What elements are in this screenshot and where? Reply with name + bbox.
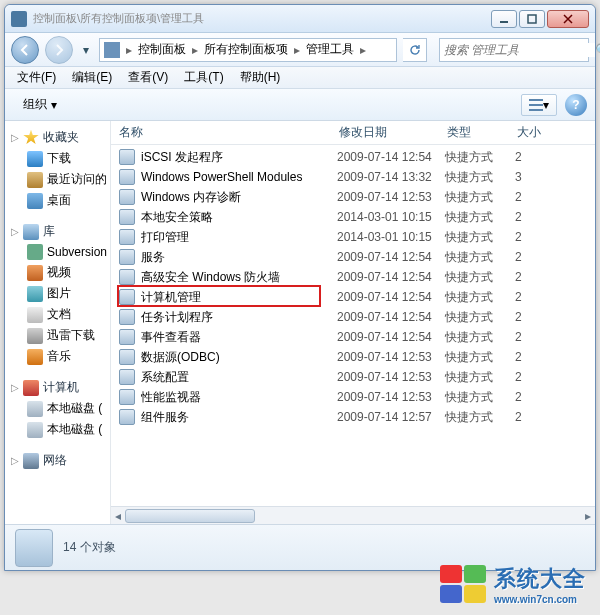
menu-tools[interactable]: 工具(T) xyxy=(176,67,231,88)
file-row[interactable]: 组件服务2009-07-14 12:57快捷方式2 xyxy=(111,407,595,427)
file-row[interactable]: 计算机管理2009-07-14 12:54快捷方式2 xyxy=(111,287,595,307)
breadcrumb-item[interactable]: 控制面板 xyxy=(134,41,190,58)
sidebar-item-videos[interactable]: 视频 xyxy=(5,262,110,283)
file-type: 快捷方式 xyxy=(445,309,515,326)
titlebar[interactable]: 控制面板\所有控制面板项\管理工具 xyxy=(5,5,595,33)
file-row[interactable]: 打印管理2014-03-01 10:15快捷方式2 xyxy=(111,227,595,247)
maximize-button[interactable] xyxy=(519,10,545,28)
forward-button[interactable] xyxy=(45,36,73,64)
search-input[interactable] xyxy=(444,43,595,57)
file-row[interactable]: 事件查看器2009-07-14 12:54快捷方式2 xyxy=(111,327,595,347)
breadcrumb-item[interactable]: 管理工具 xyxy=(302,41,358,58)
content-pane: 名称 修改日期 类型 大小 iSCSI 发起程序2009-07-14 12:54… xyxy=(111,121,595,524)
file-date: 2009-07-14 12:54 xyxy=(337,290,445,304)
sidebar-item-pictures[interactable]: 图片 xyxy=(5,283,110,304)
file-name: 任务计划程序 xyxy=(141,309,337,326)
breadcrumb[interactable]: ▸ 控制面板 ▸ 所有控制面板项 ▸ 管理工具 ▸ xyxy=(99,38,397,62)
file-row[interactable]: Windows PowerShell Modules2009-07-14 13:… xyxy=(111,167,595,187)
file-size: 2 xyxy=(515,390,595,404)
search-box[interactable]: 🔍 xyxy=(439,38,589,62)
sidebar-item-downloads[interactable]: 下载 xyxy=(5,148,110,169)
star-icon xyxy=(23,130,39,146)
file-row[interactable]: 服务2009-07-14 12:54快捷方式2 xyxy=(111,247,595,267)
file-date: 2009-07-14 12:53 xyxy=(337,190,445,204)
shortcut-icon xyxy=(119,149,135,165)
app-icon xyxy=(11,11,27,27)
picture-icon xyxy=(27,286,43,302)
file-type: 快捷方式 xyxy=(445,269,515,286)
sidebar-item-disk[interactable]: 本地磁盘 ( xyxy=(5,419,110,440)
shortcut-icon xyxy=(119,289,135,305)
file-type: 快捷方式 xyxy=(445,349,515,366)
search-icon[interactable]: 🔍 xyxy=(595,43,600,57)
file-name: Windows PowerShell Modules xyxy=(141,170,337,184)
col-size[interactable]: 大小 xyxy=(517,124,595,141)
back-button[interactable] xyxy=(11,36,39,64)
file-name: Windows 内存诊断 xyxy=(141,189,337,206)
col-name[interactable]: 名称 xyxy=(119,124,339,141)
sidebar-header-network[interactable]: ▷网络 xyxy=(5,450,110,471)
file-type: 快捷方式 xyxy=(445,169,515,186)
file-row[interactable]: 任务计划程序2009-07-14 12:54快捷方式2 xyxy=(111,307,595,327)
history-dropdown[interactable]: ▾ xyxy=(79,39,93,61)
scroll-left-icon[interactable]: ◂ xyxy=(111,507,125,524)
file-name: 系统配置 xyxy=(141,369,337,386)
shortcut-icon xyxy=(119,329,135,345)
sidebar-item-desktop[interactable]: 桌面 xyxy=(5,190,110,211)
menu-edit[interactable]: 编辑(E) xyxy=(64,67,120,88)
sidebar-item-recent[interactable]: 最近访问的 xyxy=(5,169,110,190)
sidebar-item-xunlei[interactable]: 迅雷下载 xyxy=(5,325,110,346)
file-size: 3 xyxy=(515,170,595,184)
refresh-button[interactable] xyxy=(403,38,427,62)
col-date[interactable]: 修改日期 xyxy=(339,124,447,141)
file-row[interactable]: 本地安全策略2014-03-01 10:15快捷方式2 xyxy=(111,207,595,227)
sidebar-item-documents[interactable]: 文档 xyxy=(5,304,110,325)
disk-icon xyxy=(27,422,43,438)
horizontal-scrollbar[interactable]: ◂ ▸ xyxy=(111,506,595,524)
file-row[interactable]: Windows 内存诊断2009-07-14 12:53快捷方式2 xyxy=(111,187,595,207)
explorer-window: 控制面板\所有控制面板项\管理工具 ▾ ▸ 控制面板 ▸ 所有控制面板项 ▸ 管… xyxy=(4,4,596,571)
breadcrumb-item[interactable]: 所有控制面板项 xyxy=(200,41,292,58)
file-date: 2009-07-14 12:54 xyxy=(337,330,445,344)
organize-button[interactable]: 组织 ▾ xyxy=(13,92,67,117)
file-row[interactable]: 数据源(ODBC)2009-07-14 12:53快捷方式2 xyxy=(111,347,595,367)
file-row[interactable]: 性能监视器2009-07-14 12:53快捷方式2 xyxy=(111,387,595,407)
xunlei-icon xyxy=(27,328,43,344)
file-name: 高级安全 Windows 防火墙 xyxy=(141,269,337,286)
file-name: 数据源(ODBC) xyxy=(141,349,337,366)
menu-help[interactable]: 帮助(H) xyxy=(232,67,289,88)
file-size: 2 xyxy=(515,310,595,324)
file-row[interactable]: iSCSI 发起程序2009-07-14 12:54快捷方式2 xyxy=(111,147,595,167)
menu-view[interactable]: 查看(V) xyxy=(120,67,176,88)
file-row[interactable]: 系统配置2009-07-14 12:53快捷方式2 xyxy=(111,367,595,387)
help-button[interactable]: ? xyxy=(565,94,587,116)
scroll-right-icon[interactable]: ▸ xyxy=(581,507,595,524)
file-date: 2009-07-14 12:57 xyxy=(337,410,445,424)
file-size: 2 xyxy=(515,350,595,364)
file-row[interactable]: 高级安全 Windows 防火墙2009-07-14 12:54快捷方式2 xyxy=(111,267,595,287)
menu-file[interactable]: 文件(F) xyxy=(9,67,64,88)
desktop-icon xyxy=(27,193,43,209)
column-headers[interactable]: 名称 修改日期 类型 大小 xyxy=(111,121,595,145)
file-date: 2009-07-14 12:54 xyxy=(337,250,445,264)
sidebar-header-libraries[interactable]: ▷库 xyxy=(5,221,110,242)
scroll-thumb[interactable] xyxy=(125,509,255,523)
shortcut-icon xyxy=(119,389,135,405)
minimize-button[interactable] xyxy=(491,10,517,28)
sidebar-header-computer[interactable]: ▷计算机 xyxy=(5,377,110,398)
library-icon xyxy=(23,224,39,240)
sidebar-item-music[interactable]: 音乐 xyxy=(5,346,110,367)
recent-icon xyxy=(27,172,43,188)
file-type: 快捷方式 xyxy=(445,209,515,226)
sidebar-item-subversion[interactable]: Subversion xyxy=(5,242,110,262)
file-size: 2 xyxy=(515,250,595,264)
document-icon xyxy=(27,307,43,323)
shortcut-icon xyxy=(119,229,135,245)
file-name: 服务 xyxy=(141,249,337,266)
col-type[interactable]: 类型 xyxy=(447,124,517,141)
shortcut-icon xyxy=(119,209,135,225)
sidebar-item-disk[interactable]: 本地磁盘 ( xyxy=(5,398,110,419)
close-button[interactable] xyxy=(547,10,589,28)
sidebar-header-favorites[interactable]: ▷收藏夹 xyxy=(5,127,110,148)
view-mode-button[interactable]: ▾ xyxy=(521,94,557,116)
